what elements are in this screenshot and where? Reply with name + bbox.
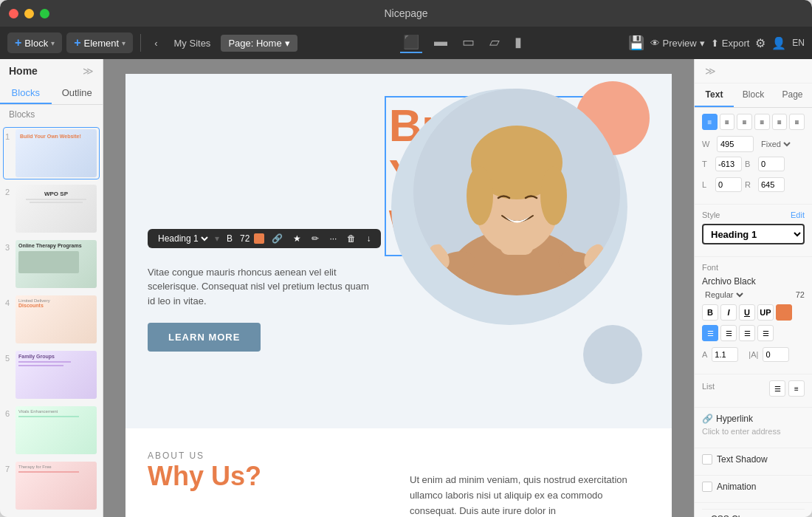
my-sites-button[interactable]: My Sites <box>168 35 217 52</box>
link-icon-button[interactable]: 🔗 <box>269 232 286 245</box>
down-arrow-button[interactable]: ↓ <box>363 232 374 245</box>
back-nav-button[interactable]: ‹ <box>148 35 163 52</box>
tab-block[interactable]: Block <box>734 83 773 107</box>
align-right-button[interactable]: ≡ <box>737 114 752 130</box>
tab-outline[interactable]: Outline <box>52 83 103 104</box>
chevron-down-icon: ▾ <box>51 39 55 47</box>
language-button[interactable]: EN <box>792 38 805 48</box>
animation-checkbox[interactable] <box>702 482 712 492</box>
align-justify-right-button[interactable]: ≡ <box>772 114 788 130</box>
save-icon[interactable]: 💾 <box>628 35 644 51</box>
canvas-area[interactable]: Heading 1 ▾ B 72 🔗 ★ ✏ ··· 🗑 ↓ <box>103 59 694 517</box>
hero-body-text: Vitae congue mauris rhoncus aenean vel e… <box>148 265 369 309</box>
maximize-button[interactable] <box>40 9 49 18</box>
align-row: ≡ ≡ ≡ ≡ ≡ ≡ <box>702 114 805 130</box>
desktop-icon[interactable]: ⬛ <box>400 32 422 53</box>
width-input[interactable] <box>717 136 754 152</box>
delete-icon-button[interactable]: 🗑 <box>344 232 359 245</box>
unordered-list-button[interactable]: ☰ <box>769 380 785 397</box>
uppercase-format-button[interactable]: UP <box>757 304 774 321</box>
align-justify-left-button[interactable]: ≡ <box>754 114 770 130</box>
bold-button[interactable]: B <box>224 232 235 245</box>
add-element-button[interactable]: + Element ▾ <box>66 32 133 53</box>
css-class-row[interactable]: ▶ CSS Class <box>702 509 805 517</box>
text-align-left-button[interactable]: ☰ <box>702 325 718 341</box>
mobile-landscape-icon[interactable]: ▱ <box>486 32 503 53</box>
text-align-justify-button[interactable]: ☰ <box>757 325 774 341</box>
list-item[interactable]: 6 Vitals Enhancement <box>3 404 100 456</box>
close-button[interactable] <box>9 9 18 18</box>
style-edit-link[interactable]: Edit <box>791 210 805 219</box>
page-home-button[interactable]: Page: Home ▾ <box>221 35 297 52</box>
tab-page[interactable]: Page <box>773 83 812 107</box>
toolbar-right: 💾 👁 Preview ▾ ⬆ Export ⚙ 👤 EN <box>628 35 805 51</box>
width-row: W Fixed Auto <box>702 136 805 152</box>
tab-blocks[interactable]: Blocks <box>0 83 52 104</box>
l-label: L <box>702 180 712 189</box>
heading-style-select[interactable]: Heading 1 <box>155 233 210 244</box>
b-label: B <box>745 160 755 168</box>
hero-cta-button[interactable]: LEARN MORE <box>148 323 261 352</box>
settings-icon[interactable]: ⚙ <box>755 36 765 50</box>
sidebar-header: Home ≫ <box>0 59 103 83</box>
sidebar-items: 1 Build Your Own Website! 2 WPO SP <box>0 124 103 517</box>
text-align-center-button[interactable]: ☰ <box>720 325 737 341</box>
person-svg <box>413 89 620 295</box>
letter-spacing-input[interactable] <box>763 347 789 362</box>
font-color-button[interactable] <box>776 304 792 321</box>
list-item[interactable]: 1 Build Your Own Website! <box>3 127 100 179</box>
item-thumbnail: Vitals Enhancement <box>16 406 97 454</box>
italic-format-button[interactable]: I <box>720 304 737 321</box>
panel-collapse-icon[interactable]: ≫ <box>699 62 722 80</box>
bold-format-button[interactable]: B <box>702 304 718 321</box>
l-input[interactable] <box>715 177 742 192</box>
edit-icon-button[interactable]: ✏ <box>309 232 322 245</box>
align-center-button[interactable]: ≡ <box>720 114 735 130</box>
list-item[interactable]: 3 Online Therapy Programs <box>3 238 100 290</box>
text-shadow-checkbox[interactable] <box>702 454 712 465</box>
trbl-row-1: T B <box>702 157 805 171</box>
mobile-icon[interactable]: ▮ <box>512 32 525 53</box>
app-window: Nicepage + Block ▾ + Element ▾ ‹ My Site… <box>0 0 812 517</box>
font-row: Regular Bold Black 72 <box>702 290 805 300</box>
underline-format-button[interactable]: U <box>739 304 755 321</box>
collapse-icon[interactable]: ≫ <box>83 65 94 77</box>
add-block-button[interactable]: + Block ▾ <box>7 32 62 53</box>
color-swatch[interactable] <box>254 233 264 244</box>
align-justify-button[interactable]: ≡ <box>789 114 805 130</box>
export-label: Export <box>722 38 750 49</box>
hyperlink-sub[interactable]: Click to enter address <box>702 427 805 436</box>
more-options-button[interactable]: ··· <box>326 232 340 245</box>
css-class-label: CSS Class <box>711 514 754 517</box>
export-button[interactable]: ⬆ Export <box>711 38 750 49</box>
hyperlink-row: 🔗 Hyperlink <box>702 414 805 424</box>
style-section: Style Edit Heading 1 Heading 2 Normal <box>695 204 812 256</box>
tablet-landscape-icon[interactable]: ▬ <box>431 32 450 53</box>
style-select[interactable]: Heading 1 Heading 2 Normal <box>702 224 805 244</box>
minimize-button[interactable] <box>24 9 34 18</box>
font-weight-select[interactable]: Regular Bold Black <box>702 290 746 300</box>
tab-text[interactable]: Text <box>695 83 734 107</box>
tablet-icon[interactable]: ▭ <box>459 32 478 53</box>
list-item[interactable]: 7 Therapy for Free <box>3 459 100 512</box>
spacing-A-label: |A| <box>749 350 758 359</box>
user-icon[interactable]: 👤 <box>771 36 786 50</box>
text-align-row: ☰ ☰ ☰ ☰ <box>702 325 805 341</box>
star-icon-button[interactable]: ★ <box>290 232 304 245</box>
b-input[interactable] <box>758 157 785 171</box>
preview-button[interactable]: 👁 Preview ▾ <box>650 38 705 49</box>
align-left-button[interactable]: ≡ <box>702 114 718 130</box>
person-circle <box>413 89 620 295</box>
width-mode-select[interactable]: Fixed Auto <box>758 139 793 149</box>
chevron-down-icon-3: ▾ <box>285 38 290 49</box>
text-align-right-button[interactable]: ☰ <box>739 325 755 341</box>
r-input[interactable] <box>758 177 785 192</box>
list-item[interactable]: 4 Limited Delivery Discounts <box>3 293 100 346</box>
list-item[interactable]: 2 WPO SP <box>3 182 100 235</box>
list-row: List ☰ ≡ <box>702 380 805 397</box>
list-item[interactable]: 5 Family Groups <box>3 349 100 401</box>
t-input[interactable] <box>715 157 742 171</box>
line-height-input[interactable] <box>712 347 738 362</box>
item-num: 3 <box>5 243 16 252</box>
ordered-list-button[interactable]: ≡ <box>788 380 805 397</box>
